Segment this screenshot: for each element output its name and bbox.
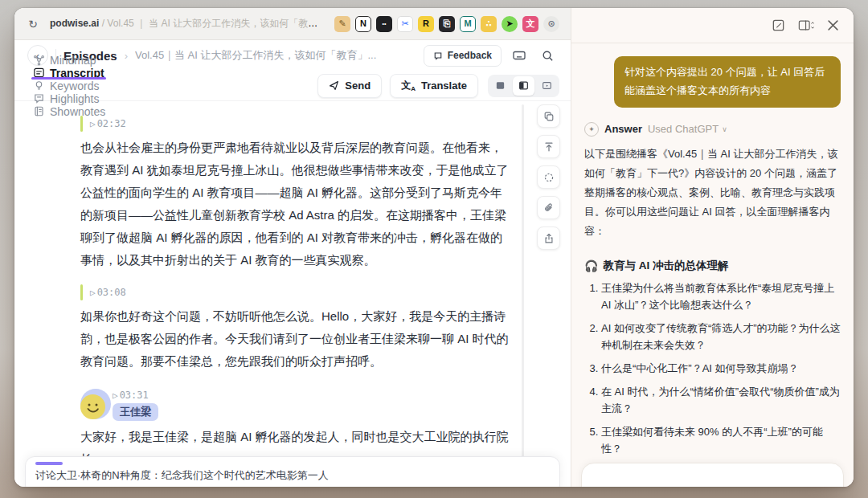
- question-item: 什么是“中心化工作”？AI 如何导致其崩塌？: [601, 360, 841, 377]
- ai-chat-panel: 针对这个内容提出 20 个问题，让 AI 回答后能涵盖这个播客文本的所有内容 ✦…: [571, 8, 854, 487]
- answer-label: Answer: [604, 123, 642, 135]
- feedback-icon: [433, 51, 443, 60]
- timeline-bar: [80, 116, 83, 132]
- section-title-text: 教育与 AI 冲击的总体理解: [603, 259, 728, 273]
- tab-bar: MindmapTranscriptKeywordsHighlightsShown…: [14, 71, 571, 101]
- model-name: Used ChatGPT: [648, 123, 719, 135]
- section-title: 🎧教育与 AI 冲击的总体理解: [584, 259, 841, 273]
- search-icon[interactable]: [537, 45, 558, 66]
- question-list: 王佳梁为什么将当前教育体系比作“泰坦尼克号撞上 AI 冰山”？这个比喻想表达什么…: [584, 280, 841, 457]
- extensions-row: ✎N••✂R⎘M∴➤文⊙: [334, 16, 559, 32]
- speaker-name-badge[interactable]: 王佳梁: [113, 403, 158, 421]
- send-button[interactable]: Send: [317, 74, 382, 98]
- transcript-scroll-area[interactable]: 02:32也会从社会雇主的身份更严肃地看待就业以及背后深层的教育问题。在他看来，…: [14, 101, 571, 487]
- model-selector[interactable]: Used ChatGPT ∨: [648, 123, 727, 135]
- ai-sparkle-icon: ✦: [584, 122, 599, 137]
- timeline-bar: [80, 284, 83, 300]
- player-progress-bar: [35, 462, 63, 465]
- close-panel-icon[interactable]: [827, 19, 839, 31]
- translate-icon: 文A: [401, 79, 416, 92]
- timestamp-row[interactable]: 02:32: [80, 116, 510, 132]
- timestamp-label: 03:08: [90, 287, 126, 298]
- browser-titlebar: ↻ podwise.ai / Vol.45 ｜ 当 AI 让大部分工作消失，该如…: [14, 8, 571, 40]
- memo-extension-icon[interactable]: ✎: [334, 16, 350, 32]
- player-episode-title: 讨论大卫·林奇的N种角度：纪念我们这个时代的艺术电影第一人: [35, 468, 550, 483]
- view-mode-switcher: [488, 75, 559, 97]
- locate-current-icon[interactable]: [537, 165, 560, 189]
- transcript-icon: [33, 67, 45, 79]
- tab-label: Keywords: [50, 80, 99, 92]
- panel-layout-icon[interactable]: [798, 18, 814, 32]
- send-label: Send: [345, 80, 371, 92]
- tab-label: Mindmap: [50, 54, 96, 67]
- section-emoji-icon: 🎧: [584, 259, 598, 272]
- share-export-icon[interactable]: [537, 227, 560, 250]
- tab-mindmap[interactable]: Mindmap: [26, 54, 104, 67]
- answer-meta-row: ✦ Answer Used ChatGPT ∨: [584, 122, 841, 137]
- scissors-extension-icon[interactable]: ✂: [397, 16, 413, 32]
- attachment-icon[interactable]: [537, 196, 560, 219]
- speaker-row: 03:31王佳梁: [80, 389, 510, 421]
- tab-keywords[interactable]: Keywords: [26, 80, 106, 92]
- scrollbar[interactable]: [522, 104, 524, 484]
- question-item: AI 如何改变了传统教育“筛选人才”的功能？为什么这种机制在未来会失效？: [601, 320, 841, 353]
- question-item: 在 AI 时代，为什么“情绪价值”会取代“物质价值”成为主流？: [601, 383, 841, 417]
- new-chat-icon[interactable]: [772, 18, 785, 32]
- keywords-icon: [33, 80, 45, 92]
- chat-input[interactable]: [581, 463, 844, 487]
- translate-button[interactable]: 文A Translate: [390, 74, 478, 98]
- video-view-icon[interactable]: [536, 76, 558, 96]
- transcript-content: 02:32也会从社会雇主的身份更严肃地看待就业以及背后深层的教育问题。在他看来，…: [80, 116, 510, 487]
- floating-toolbar: [537, 104, 560, 250]
- refresh-icon[interactable]: ↻: [26, 18, 40, 31]
- answer-intro: 以下是围绕播客《Vol.45｜当 AI 让大部分工作消失，该如何「教育」下一代?…: [584, 145, 841, 241]
- feedback-label: Feedback: [448, 50, 492, 61]
- chevron-down-icon: ∨: [722, 125, 727, 133]
- question-item: 王佳梁如何看待未来 90% 的人不再“上班”的可能性？: [601, 423, 841, 457]
- page-title: podwise.ai / Vol.45 ｜ 当 AI 让大部分工作消失，该如何「…: [50, 17, 325, 31]
- chat-body[interactable]: 针对这个内容提出 20 个问题，让 AI 回答后能涵盖这个播客文本的所有内容 ✦…: [571, 43, 854, 487]
- tab-label: Transcript: [50, 67, 104, 80]
- matter-extension-icon[interactable]: M: [460, 16, 476, 32]
- tab-transcript[interactable]: Transcript: [26, 67, 112, 80]
- send-icon: [329, 80, 339, 91]
- timestamp-row[interactable]: 03:08: [80, 284, 510, 300]
- transcript-paragraph: 也会从社会雇主的身份更严肃地看待就业以及背后深层的教育问题。在他看来，教育遇到 …: [80, 137, 510, 271]
- translate-extension-icon[interactable]: 文: [522, 16, 538, 32]
- app-window: ↻ podwise.ai / Vol.45 ｜ 当 AI 让大部分工作消失，该如…: [14, 8, 854, 487]
- dots-app-extension-icon[interactable]: ••: [376, 16, 392, 32]
- page-title-host: podwise.ai: [50, 18, 99, 29]
- question-item: 王佳梁为什么将当前教育体系比作“泰坦尼克号撞上 AI 冰山”？这个比喻想表达什么…: [601, 280, 841, 313]
- cursor-extension-icon[interactable]: ➤: [502, 16, 518, 32]
- notion-extension-icon[interactable]: N: [355, 16, 371, 32]
- chevron-right-icon: ›: [125, 50, 128, 62]
- camera-extension-icon[interactable]: ⊙: [543, 16, 559, 32]
- keyboard-shortcuts-icon[interactable]: [509, 45, 530, 66]
- readwise-extension-icon[interactable]: R: [418, 16, 434, 32]
- share-extension-icon[interactable]: ∴: [481, 16, 497, 32]
- translate-label: Translate: [421, 80, 467, 92]
- speaker-avatar: [80, 389, 111, 419]
- split-view-icon[interactable]: [513, 76, 534, 96]
- transcript-paragraph: 如果你也好奇这个问题，不妨听听他怎么说。Hello，大家好，我是今天的主播诗韵，…: [80, 305, 510, 373]
- question-sections: 🎧教育与 AI 冲击的总体理解王佳梁为什么将当前教育体系比作“泰坦尼克号撞上 A…: [584, 252, 841, 487]
- clipboard-extension-icon[interactable]: ⎘: [439, 16, 455, 32]
- reader-view-icon[interactable]: [489, 76, 511, 96]
- feedback-button[interactable]: Feedback: [424, 45, 502, 67]
- copy-icon[interactable]: [537, 104, 560, 128]
- user-message-bubble: 针对这个内容提出 20 个问题，让 AI 回答后能涵盖这个播客文本的所有内容: [614, 56, 841, 108]
- main-panel: ↻ podwise.ai / Vol.45 ｜ 当 AI 让大部分工作消失，该如…: [14, 8, 571, 487]
- chat-header: [571, 8, 854, 43]
- scroll-to-top-icon[interactable]: [537, 135, 560, 158]
- breadcrumb-current-episode: Vol.45｜当 AI 让大部分工作消失，该如何「教育」...: [135, 48, 376, 63]
- timestamp-label: 02:32: [90, 118, 126, 129]
- page-title-rest: / Vol.45 ｜ 当 AI 让大部分工作消失，该如何「教育」下一代？ ｜Po…: [99, 18, 325, 29]
- timestamp-label[interactable]: 03:31: [113, 390, 158, 401]
- mini-player[interactable]: 讨论大卫·林奇的N种角度：纪念我们这个时代的艺术电影第一人: [25, 456, 560, 487]
- mindmap-icon: [33, 54, 45, 66]
